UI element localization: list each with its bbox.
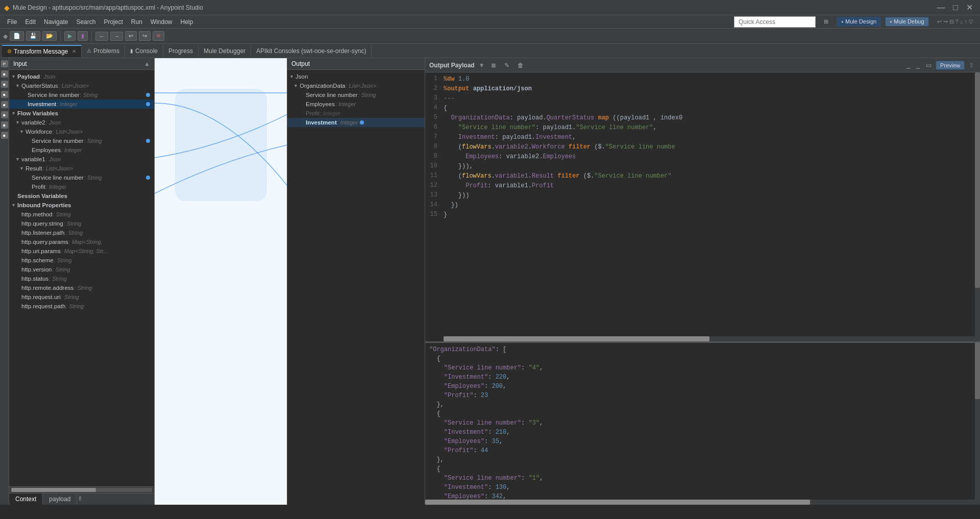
context-tab[interactable]: Context xyxy=(9,493,43,505)
payload-tab[interactable]: payload xyxy=(43,493,77,505)
input-tree-item[interactable]: Investment : Integer xyxy=(9,100,154,109)
code-line: 6 "Service line number": payload1."Servi… xyxy=(425,123,980,133)
menu-search[interactable]: Search xyxy=(72,17,100,27)
input-tree-item[interactable]: http.query.string : String xyxy=(9,219,154,228)
input-tree-item[interactable]: http.version : String xyxy=(9,265,154,274)
input-tree-item[interactable]: http.remote.address : String xyxy=(9,283,154,292)
tab-close-transform[interactable]: ✕ xyxy=(72,48,76,54)
toolbar-new[interactable]: 📄 xyxy=(10,31,24,41)
input-tree-item[interactable]: ▼variable2 : Json xyxy=(9,118,154,127)
toolbar-open[interactable]: 📂 xyxy=(42,31,57,41)
input-tree-item[interactable]: http.scheme : String xyxy=(9,256,154,265)
tab-console[interactable]: ▮ Console xyxy=(125,45,163,57)
menu-run[interactable]: Run xyxy=(127,17,146,27)
toolbar-run[interactable]: ▶ xyxy=(64,31,76,41)
code-delete-btn[interactable]: 🗑 xyxy=(516,61,526,69)
code-scrollbar-h[interactable] xyxy=(444,336,975,341)
toolbar-back[interactable]: ← xyxy=(95,32,108,41)
preview-scrollbar-h[interactable] xyxy=(425,500,975,505)
code-scrollbar-v[interactable] xyxy=(975,72,980,341)
tab-transform-message[interactable]: ⚙ Transform Message ✕ xyxy=(2,45,82,57)
input-tree-item[interactable]: http.listener.path : String xyxy=(9,228,154,237)
minimize-button[interactable]: — xyxy=(934,2,948,13)
sidebar-icon-2[interactable]: ■ xyxy=(1,70,8,78)
input-tree-item[interactable]: ▼Result : List<Json> xyxy=(9,164,154,173)
sidebar-icon-1[interactable]: P xyxy=(1,60,8,67)
output-payload-title: Output Payload xyxy=(429,62,475,69)
preview-button[interactable]: Preview xyxy=(936,61,965,70)
output-tree-item[interactable]: ▼Json xyxy=(287,72,425,81)
sidebar-icon-3[interactable]: ■ xyxy=(1,81,8,88)
toolbar-save[interactable]: 💾 xyxy=(26,31,40,41)
code-layout-2[interactable]: ⎯ xyxy=(914,61,922,69)
sidebar-icon-7[interactable]: ■ xyxy=(1,121,8,129)
tab-mule-debugger[interactable]: Mule Debugger xyxy=(199,45,251,57)
menu-navigate[interactable]: Navigate xyxy=(40,17,72,27)
tab-problems[interactable]: ⚠ Problems xyxy=(82,45,125,57)
input-tree-item[interactable]: ▼Flow Variables xyxy=(9,109,154,118)
menu-edit[interactable]: Edit xyxy=(21,17,40,27)
input-tree-item[interactable]: ▼Payload: Json xyxy=(9,72,154,81)
output-tree-label: Investment xyxy=(306,119,337,126)
code-editor[interactable]: 1%dw 1.02%output application/json3---4{5… xyxy=(425,72,980,222)
sidebar-icon-4[interactable]: ■ xyxy=(1,91,8,98)
line-content: })) xyxy=(444,191,980,201)
menu-file[interactable]: File xyxy=(3,17,21,27)
code-layout-3[interactable]: ▭ xyxy=(924,61,934,69)
input-scroll-up[interactable]: ▲ xyxy=(144,60,150,67)
sidebar-icon-8[interactable]: ■ xyxy=(1,132,8,139)
input-tree-item[interactable]: Profit : Integer xyxy=(9,182,154,191)
preview-scrollbar[interactable] xyxy=(975,342,980,505)
input-tree-item[interactable]: ▼Inbound Properties xyxy=(9,201,154,210)
input-tree-item[interactable]: http.method : String xyxy=(9,210,154,219)
tab-apikit[interactable]: APIkit Consoles (swt-ooe-se-order-sync) xyxy=(251,45,372,57)
output-tree-item[interactable]: Employees : Integer xyxy=(287,100,425,109)
line-number: 1 xyxy=(425,75,444,82)
tree-label: variable2 xyxy=(21,119,45,126)
input-tree-item[interactable]: Session Variables xyxy=(9,191,154,201)
close-button[interactable]: ✕ xyxy=(963,2,976,13)
toolbar-debug[interactable]: ▮ xyxy=(78,31,88,41)
sidebar-icon-5[interactable]: ■ xyxy=(1,101,8,108)
toolbar-redo[interactable]: ↪ xyxy=(139,31,151,41)
input-scrollbar[interactable] xyxy=(11,488,152,492)
tree-label: Profit xyxy=(32,184,45,190)
toolbar-forward[interactable]: → xyxy=(110,32,123,41)
output-payload-dropdown[interactable]: ▼ xyxy=(479,62,485,69)
mule-design-perspective[interactable]: ⭑ Mule Design xyxy=(837,17,881,27)
output-tree-item[interactable]: Service line number : String xyxy=(287,90,425,100)
input-tree-item[interactable]: Service line number : String xyxy=(9,136,154,145)
input-tree-item[interactable]: http.request.path : String xyxy=(9,302,154,311)
input-tree-item[interactable]: ▼Workforce : List<Json> xyxy=(9,127,154,136)
input-tree-item[interactable]: ▼variable1 : Json xyxy=(9,155,154,164)
input-tree-item[interactable]: http.query.params : Map<String, xyxy=(9,237,154,246)
maximize-button[interactable]: □ xyxy=(950,2,961,13)
input-tree-item[interactable]: ▼QuarterStatus : List<Json> xyxy=(9,81,154,90)
sidebar-icon-6[interactable]: ■ xyxy=(1,111,8,118)
code-format-btn[interactable]: ≣ xyxy=(489,61,498,69)
input-tree-item[interactable]: http.request.uri : String xyxy=(9,292,154,302)
input-tree-item[interactable]: http.uri.params : Map<String, Str... xyxy=(9,246,154,256)
input-tree-item[interactable]: http.status : String xyxy=(9,274,154,283)
code-layout-1[interactable]: ⎯ xyxy=(904,61,912,69)
output-tree-item[interactable]: ▼OrganizationData : List<Json> xyxy=(287,81,425,90)
menu-project[interactable]: Project xyxy=(100,17,127,27)
input-tree-item[interactable]: Service line number : String xyxy=(9,173,154,182)
toolbar-undo[interactable]: ↩ xyxy=(125,31,137,41)
menu-window[interactable]: Window xyxy=(146,17,177,27)
menu-help[interactable]: Help xyxy=(177,17,198,27)
quick-access-input[interactable] xyxy=(734,16,816,28)
output-tree-item[interactable]: Profit : Integer xyxy=(287,109,425,118)
mule-debug-perspective[interactable]: ⭑ Mule Debug xyxy=(885,17,928,27)
input-tree-item[interactable]: Employees : Integer xyxy=(9,145,154,155)
perspective-toolbar-icons: ↩ ↪ ⊟ ? ↓ ↑ ▽ xyxy=(933,17,977,27)
tab-progress[interactable]: Progress xyxy=(163,45,199,57)
output-tree-item[interactable]: Investment : Integer xyxy=(287,118,425,127)
code-edit-btn[interactable]: ✎ xyxy=(502,61,511,69)
toolbar-cancel[interactable]: ✕ xyxy=(153,31,164,41)
output-title: Output xyxy=(291,60,310,67)
input-tree-item[interactable]: Service line number : String xyxy=(9,90,154,100)
tree-type: : List<Json> xyxy=(53,129,83,135)
code-header: Output Payload ▼ ≣ ✎ 🗑 ⎯ ⎯ ▭ Preview ⇧ xyxy=(425,58,980,72)
code-scroll-top[interactable]: ⇧ xyxy=(967,61,976,69)
